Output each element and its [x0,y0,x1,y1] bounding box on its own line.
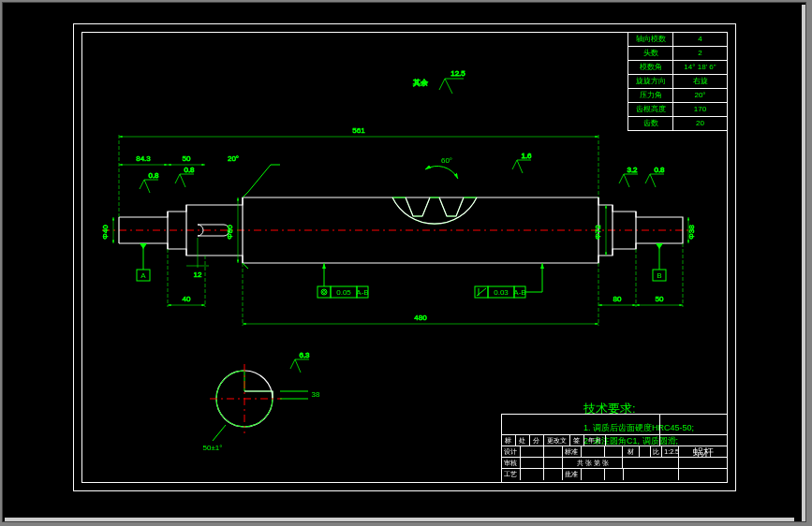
svg-text:0.05: 0.05 [336,288,351,297]
svg-text:80: 80 [613,295,622,303]
svg-text:40: 40 [183,295,191,303]
svg-text:Φ40: Φ40 [101,225,110,240]
svg-text:50: 50 [656,295,664,303]
svg-line-6 [243,192,248,197]
datum-b: B [653,243,666,281]
svg-rect-57 [317,286,331,298]
svg-line-7 [243,263,248,269]
cad-canvas[interactable]: 轴向模数4头数2模数角14° 18' 6"旋旋方向右旋压力角20°齿根高度170… [2,2,806,522]
svg-text:1.6: 1.6 [521,152,532,160]
svg-text:84.3: 84.3 [136,154,151,163]
worm-section [392,197,477,224]
svg-text:6.3: 6.3 [299,351,310,359]
drawing-frame: 轴向模数4头数2模数角14° 18' 6"旋旋方向右旋压力角20°齿根高度170… [73,23,736,491]
svg-text:Φ38: Φ38 [687,225,696,240]
svg-text:3.2: 3.2 [627,166,638,174]
svg-point-59 [323,291,326,294]
svg-text:50: 50 [183,154,191,163]
svg-text:0.8: 0.8 [184,166,195,174]
svg-point-58 [321,289,327,295]
svg-text:12.5: 12.5 [450,69,465,78]
datum-a: A [137,243,150,281]
vertical-scrollbar[interactable] [802,5,805,521]
svg-text:Φ72: Φ72 [594,225,602,240]
roughness-symbols: 其余 12.5 0.8 0.8 1.6 3.2 0.8 6.3 [140,69,665,373]
svg-text:20°: 20° [228,154,239,163]
svg-text:0.8: 0.8 [654,166,665,174]
svg-line-79 [248,165,271,192]
horizontal-scrollbar[interactable] [5,518,794,521]
svg-text:480: 480 [414,314,427,322]
svg-text:0.8: 0.8 [148,171,159,180]
svg-text:A: A [140,271,146,280]
svg-text:其余: 其余 [413,79,428,87]
svg-text:60°: 60° [441,156,452,165]
section-view: 38 50±1° [203,364,320,452]
svg-text:A-B: A-B [513,288,525,297]
svg-text:Φ80: Φ80 [226,225,234,240]
drawing-svg: 60° Φ40 Φ80 Φ72 Φ38 561 8 [74,24,737,492]
svg-text:38: 38 [312,390,320,399]
svg-text:561: 561 [352,126,365,135]
svg-text:12: 12 [194,270,202,279]
fcf-1: 0.05 A-B [317,263,369,298]
svg-text:50±1°: 50±1° [203,444,223,452]
svg-text:0.03: 0.03 [494,288,509,297]
svg-text:A-B: A-B [356,288,368,297]
fcf-2: 0.03 A-B [475,263,542,298]
svg-text:B: B [657,271,661,280]
